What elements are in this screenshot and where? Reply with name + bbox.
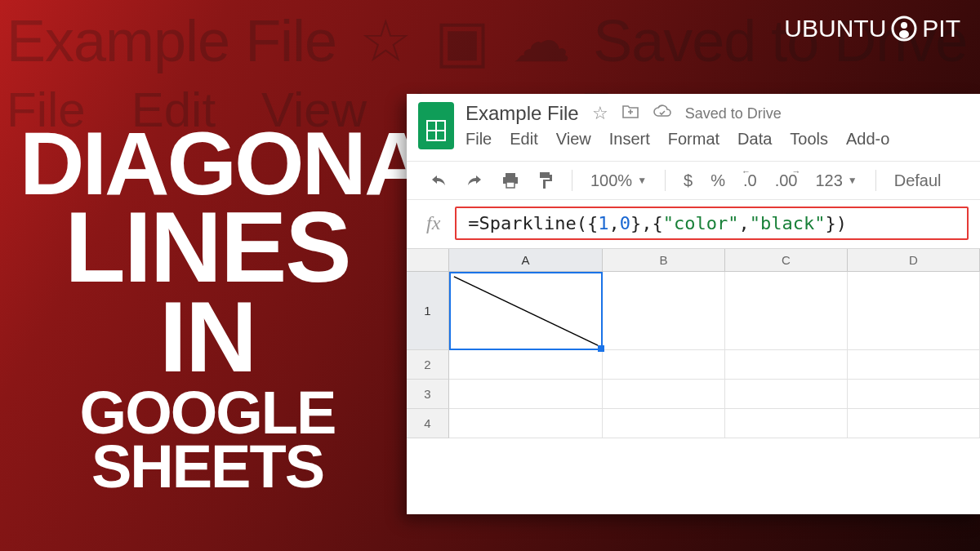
svg-line-7 [454, 277, 598, 345]
svg-point-2 [899, 30, 909, 38]
menu-insert[interactable]: Insert [609, 130, 650, 149]
sparkline-diagonal [451, 273, 601, 349]
doc-title[interactable]: Example File [466, 102, 579, 125]
column-header-d[interactable]: D [848, 249, 980, 272]
brand-text-ubuntu: UBUNTU [784, 15, 886, 42]
cell-grid[interactable] [449, 272, 980, 438]
select-all-cell[interactable] [407, 249, 449, 272]
move-icon: ▣ [434, 7, 489, 75]
star-icon: ☆ [359, 7, 412, 75]
chevron-down-icon: ▼ [637, 175, 647, 186]
currency-button[interactable]: $ [684, 171, 693, 190]
menu-tools[interactable]: Tools [790, 130, 828, 149]
fill-handle[interactable] [598, 345, 604, 352]
cloud-icon: ☁ [512, 7, 570, 75]
svg-rect-5 [506, 182, 514, 188]
selected-cell-a1[interactable] [449, 272, 603, 350]
print-icon[interactable] [501, 172, 519, 189]
zoom-dropdown[interactable]: 100% ▼ [590, 171, 647, 190]
toolbar-separator [572, 170, 572, 191]
svg-rect-3 [506, 173, 515, 177]
font-dropdown[interactable]: Defaul [894, 171, 942, 190]
sheets-window: Example File ☆ Saved to Drive File Edit … [407, 94, 980, 514]
column-header-a[interactable]: A [449, 249, 603, 272]
menu-addons[interactable]: Add-o [846, 130, 889, 149]
percent-button[interactable]: % [710, 171, 725, 190]
menu-data[interactable]: Data [737, 130, 772, 149]
bg-doc-title: Example File [7, 7, 336, 74]
headline-line-3: GOOGLE SHEETS [20, 386, 395, 495]
fx-icon: fx [426, 212, 440, 234]
toolbar: 100% ▼ $ % .0← .00→ 123 ▼ Defaul [407, 161, 980, 200]
toolbar-separator [875, 170, 876, 191]
toolbar-separator [665, 170, 666, 191]
menu-view[interactable]: View [556, 130, 591, 149]
svg-point-1 [901, 22, 907, 29]
increase-decimal-button[interactable]: .00→ [775, 171, 798, 190]
decrease-decimal-button[interactable]: .0← [743, 171, 757, 190]
brand-text-pit: PIT [922, 15, 960, 42]
penguin-icon [891, 16, 917, 42]
headline-line-2: LINES IN [20, 203, 395, 383]
menu-format[interactable]: Format [668, 130, 719, 149]
number-format-dropdown[interactable]: 123 ▼ [815, 171, 857, 190]
formula-bar[interactable]: =Sparkline({1,0},{"color","black"}) [455, 207, 969, 240]
paint-format-icon[interactable] [537, 171, 554, 189]
star-icon[interactable]: ☆ [592, 103, 608, 124]
move-to-folder-icon[interactable] [621, 104, 639, 123]
saved-to-drive-label: Saved to Drive [685, 105, 782, 122]
row-header-4[interactable]: 4 [407, 409, 449, 438]
headline: DIAGONAL LINES IN GOOGLE SHEETS [20, 122, 395, 495]
column-header-b[interactable]: B [603, 249, 725, 272]
row-header-1[interactable]: 1 [407, 272, 449, 350]
undo-icon[interactable] [430, 173, 448, 188]
chevron-down-icon: ▼ [848, 175, 858, 186]
row-header-2[interactable]: 2 [407, 350, 449, 380]
row-header-3[interactable]: 3 [407, 380, 449, 409]
column-header-c[interactable]: C [725, 249, 848, 272]
zoom-value: 100% [590, 171, 632, 190]
cloud-saved-icon[interactable] [653, 104, 672, 123]
redo-icon[interactable] [466, 173, 483, 188]
menu-file[interactable]: File [466, 130, 492, 149]
menu-edit[interactable]: Edit [510, 130, 537, 149]
svg-rect-6 [540, 172, 550, 178]
sheets-logo-icon[interactable] [418, 102, 454, 149]
ubuntupit-logo: UBUNTU PIT [784, 15, 960, 42]
